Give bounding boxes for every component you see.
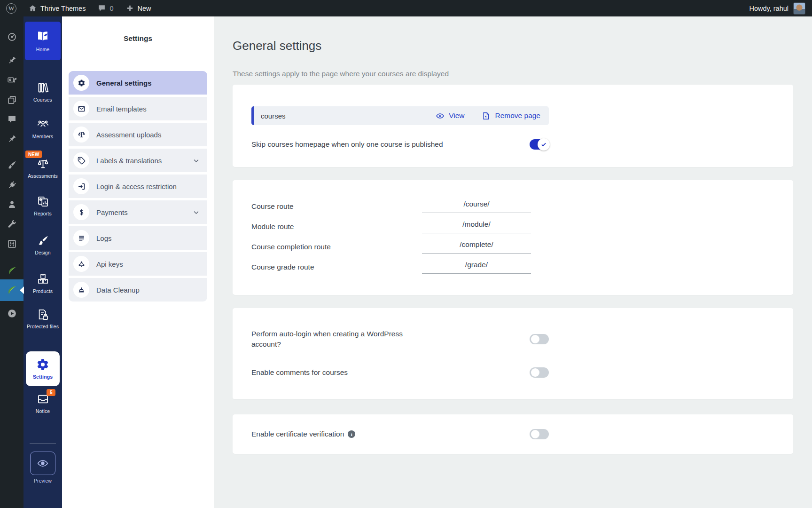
tools-wrench-icon[interactable]: [5, 217, 18, 230]
comments-count: 0: [109, 5, 113, 12]
gear-icon: [36, 358, 49, 371]
menu-item-data-cleanup[interactable]: Data Cleanup: [69, 278, 207, 302]
scales-icon: [78, 131, 86, 139]
route-row: Course completion route /complete/: [251, 240, 549, 254]
view-link[interactable]: View: [436, 111, 464, 120]
completion-route-input[interactable]: /complete/: [422, 240, 531, 254]
sidebar-item-preview[interactable]: Preview: [23, 452, 62, 484]
auto-login-label: Perform auto-login when creating a WordP…: [251, 329, 430, 349]
reports-icon: [37, 195, 49, 208]
menu-item-api-keys[interactable]: Api keys: [69, 252, 207, 276]
sidebar-item-label: Home: [36, 47, 49, 53]
course-route-input[interactable]: /course/: [422, 200, 531, 213]
site-name-menu[interactable]: Thrive Themes: [23, 0, 92, 16]
paintbrush-icon: [37, 234, 49, 247]
auto-login-toggle[interactable]: [530, 334, 549, 344]
login-icon: [78, 183, 86, 190]
certificate-label: Enable certificate verification: [251, 429, 344, 439]
new-content-menu[interactable]: New: [120, 0, 157, 16]
thrive-apprentice-leaf-icon[interactable]: [0, 279, 23, 301]
apprentice-sidebar: Home Courses Members NEW Assessments Rep…: [23, 16, 62, 508]
menu-item-logs[interactable]: Logs: [69, 226, 207, 250]
posts-pin-icon[interactable]: [5, 54, 18, 67]
field-accent-bar: [251, 106, 254, 125]
wordpress-logo-icon: W: [6, 3, 16, 14]
sidebar-item-home[interactable]: Home: [25, 22, 61, 60]
media-icon[interactable]: [5, 73, 18, 87]
pages-icon[interactable]: [5, 93, 18, 106]
sidebar-divider: [30, 443, 56, 444]
sidebar-item-label: Products: [33, 288, 53, 294]
route-row: Course grade route /grade/: [251, 261, 549, 274]
log-lines-icon: [78, 234, 86, 242]
menu-item-general-settings[interactable]: General settings: [69, 71, 207, 95]
account-menu[interactable]: Howdy, rahul: [742, 0, 812, 16]
route-label: Course grade route: [251, 263, 314, 271]
new-label: New: [138, 5, 151, 12]
remove-page-link[interactable]: Remove page: [482, 111, 540, 120]
grade-route-input[interactable]: /grade/: [422, 261, 531, 274]
sidebar-item-design[interactable]: Design: [23, 234, 62, 256]
info-icon[interactable]: i: [348, 430, 355, 438]
main-content: General settings These settings apply to…: [214, 16, 812, 508]
api-network-icon: [78, 260, 86, 268]
sidebar-item-label: Design: [35, 250, 50, 256]
enable-comments-toggle[interactable]: [530, 367, 549, 378]
course-page-value: courses: [261, 112, 286, 120]
link-divider: [473, 111, 473, 120]
broom-icon: [78, 286, 86, 294]
sidebar-item-label: Courses: [33, 97, 52, 103]
sidebar-item-label: Notice: [36, 408, 50, 414]
sidebar-item-courses[interactable]: Courses: [23, 81, 62, 103]
comments-menu[interactable]: 0: [92, 0, 119, 16]
chevron-down-icon: [193, 209, 200, 216]
skip-homepage-toggle[interactable]: [530, 139, 549, 150]
comments-icon[interactable]: [5, 112, 18, 126]
skip-homepage-label: Skip courses homepage when only one cour…: [251, 139, 443, 150]
page-title: General settings: [233, 37, 793, 54]
certificate-toggle[interactable]: [530, 429, 549, 439]
wordpress-menu[interactable]: W: [0, 0, 23, 16]
menu-item-login-access[interactable]: Login & access restriction: [69, 175, 207, 198]
check-icon: [540, 141, 547, 148]
dashboard-icon[interactable]: [5, 30, 18, 43]
route-label: Module route: [251, 222, 294, 231]
home-icon: [29, 4, 37, 12]
avatar: [793, 2, 805, 15]
sidebar-item-notice[interactable]: 5 Notice: [23, 393, 62, 414]
sidebar-item-reports[interactable]: Reports: [23, 195, 62, 217]
menu-item-email-templates[interactable]: Email templates: [69, 97, 207, 120]
menu-item-payments[interactable]: Payments: [69, 200, 207, 224]
site-name: Thrive Themes: [40, 5, 86, 12]
route-row: Course route /course/: [251, 200, 549, 213]
sidebar-item-label: Preview: [34, 478, 52, 484]
certificate-card: Enable certificate verification i: [233, 414, 793, 454]
gear-icon: [78, 79, 86, 87]
sidebar-item-settings[interactable]: Settings: [26, 351, 60, 386]
new-badge: NEW: [25, 151, 42, 158]
dollar-icon: [78, 208, 86, 216]
custom-pin-icon[interactable]: [5, 132, 18, 145]
sidebar-item-products[interactable]: Products: [23, 273, 62, 294]
notice-count-badge: 5: [47, 389, 55, 396]
settings-sliders-icon[interactable]: [5, 237, 18, 250]
sidebar-item-label: Assessments: [28, 173, 58, 179]
course-page-field[interactable]: courses View Remove page: [251, 106, 549, 125]
module-route-input[interactable]: /module/: [422, 220, 531, 233]
thrive-leaf-icon[interactable]: [5, 264, 18, 277]
scales-icon: [37, 158, 49, 170]
product-boxes-icon: [37, 273, 49, 286]
eye-icon: [436, 111, 445, 120]
sidebar-item-members[interactable]: Members: [23, 118, 62, 140]
menu-item-assessment-uploads[interactable]: Assessment uploads: [69, 123, 207, 146]
plugins-plug-icon[interactable]: [5, 178, 18, 191]
appearance-brush-icon[interactable]: [5, 158, 18, 171]
enable-comments-label: Enable comments for courses: [251, 367, 348, 378]
sidebar-item-protected-files[interactable]: Protected files: [23, 308, 62, 330]
users-icon[interactable]: [5, 198, 18, 211]
menu-item-labels-translations[interactable]: Labels & translations: [69, 149, 207, 172]
page-subtitle: These settings apply to the page where y…: [233, 69, 793, 79]
video-play-icon[interactable]: [5, 307, 18, 320]
members-group-icon: [37, 118, 49, 131]
sidebar-item-assessments[interactable]: NEW Assessments: [23, 158, 62, 179]
